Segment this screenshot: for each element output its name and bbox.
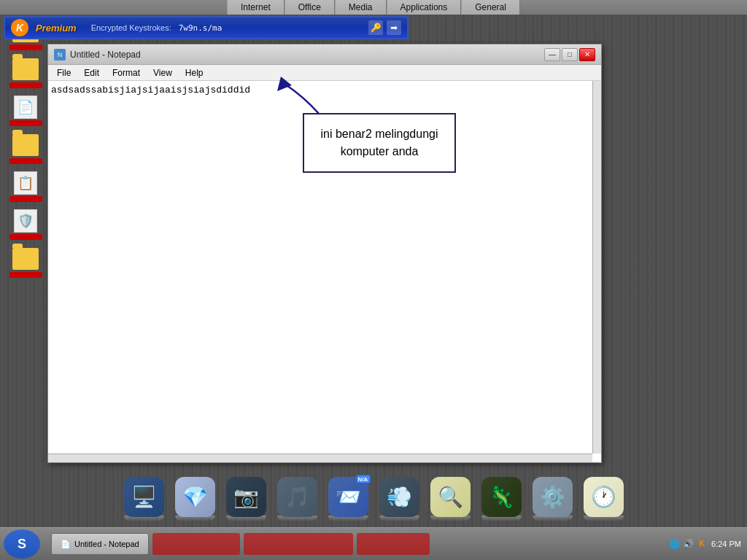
tray-keylogger-icon: K xyxy=(696,538,708,550)
notepad-icon-small: 📄 xyxy=(61,540,71,549)
tray-volume-icon: 🔊 xyxy=(682,538,694,550)
keylogger-logo-icon: K xyxy=(11,19,28,36)
tooltip-line1: ini benar2 melingdungi xyxy=(321,128,438,140)
start-button[interactable]: S xyxy=(4,529,40,559)
notepad-title: Untitled - Notepad xyxy=(70,50,544,60)
notepad-menu-file[interactable]: File xyxy=(51,66,77,79)
keylogger-toolbar: K Premium Encrypted Keystrokes: 7w9n.s/m… xyxy=(4,16,409,39)
dock-item-monitor[interactable]: 🖥️ xyxy=(120,477,168,521)
notepad-window: N Untitled - Notepad — □ ✕ File Edit For… xyxy=(47,44,602,463)
minimize-button[interactable]: — xyxy=(544,48,560,61)
dock-crystal-icon: 💎 xyxy=(175,477,215,517)
keylogger-value: 7w9n.s/ma xyxy=(179,23,222,33)
dock-music-icon: 🎵 xyxy=(277,477,317,517)
tray-network-icon: 🌐 xyxy=(668,538,680,550)
keylogger-action-icons: 🔑 ➡ xyxy=(368,20,401,35)
taskbar-window-list: 📄 Untitled - Notepad xyxy=(47,533,747,555)
dock-item-search[interactable]: 🔍 xyxy=(427,477,474,521)
desktop: Internet Office Media Applications Gener… xyxy=(0,0,747,560)
dock-camera-icon: 📷 xyxy=(226,477,266,517)
notepad-scrollbar-vertical[interactable] xyxy=(592,81,601,454)
notepad-menu-format[interactable]: Format xyxy=(107,66,146,79)
notepad-menubar: File Edit Format View Help xyxy=(48,65,601,81)
dock-steam-icon: 💨 xyxy=(379,477,419,517)
desktop-icon-4[interactable] xyxy=(4,132,47,164)
maximize-button[interactable]: □ xyxy=(562,48,578,61)
system-tray: 🌐 🔊 K 6:24 PM xyxy=(662,527,747,560)
system-clock: 6:24 PM xyxy=(711,540,741,548)
menubar-office[interactable]: Office xyxy=(285,0,335,15)
desktop-icon-6[interactable]: 🛡️ xyxy=(4,208,47,240)
dock-item-camera[interactable]: 📷 xyxy=(222,477,270,521)
close-button[interactable]: ✕ xyxy=(579,48,595,61)
desktop-icon-3[interactable]: 📄 xyxy=(4,94,47,126)
dock-item-mail[interactable]: 📨 N/A xyxy=(325,477,372,521)
dock-search-icon: 🔍 xyxy=(430,477,471,517)
desktop-icon-7[interactable] xyxy=(4,246,47,278)
tray-icons-group: 🌐 🔊 K xyxy=(668,538,708,550)
window-controls: — □ ✕ xyxy=(544,48,595,61)
menubar-media[interactable]: Media xyxy=(335,0,387,15)
dock-clock-icon: 🕐 xyxy=(584,477,624,517)
menubar-general[interactable]: General xyxy=(461,0,520,15)
dock-item-music[interactable]: 🎵 xyxy=(274,477,321,521)
tooltip-callout: ini benar2 melingdungi komputer anda xyxy=(303,113,456,173)
dock-item-gecko[interactable]: 🦎 xyxy=(478,477,525,521)
dock-item-settings[interactable]: ⚙️ xyxy=(529,477,576,521)
menubar-applications[interactable]: Applications xyxy=(387,0,462,15)
taskbar-redacted-1 xyxy=(152,533,240,555)
tooltip-line2: komputer anda xyxy=(341,145,419,158)
application-dock: 🖥️ 💎 📷 🎵 📨 N/A 💨 🔍 xyxy=(0,474,747,525)
notepad-titlebar[interactable]: N Untitled - Notepad — □ ✕ xyxy=(48,44,601,65)
taskbar-notepad-btn[interactable]: 📄 Untitled - Notepad xyxy=(51,533,149,555)
dock-item-steam[interactable]: 💨 xyxy=(376,477,423,521)
dock-item-clock[interactable]: 🕐 xyxy=(580,477,627,521)
notepad-menu-edit[interactable]: Edit xyxy=(78,66,105,79)
keylogger-forward-icon[interactable]: ➡ xyxy=(387,20,401,35)
taskbar-notepad-label: Untitled - Notepad xyxy=(74,540,139,548)
notepad-menu-help[interactable]: Help xyxy=(179,66,209,79)
notepad-scrollbar-horizontal[interactable] xyxy=(48,454,592,462)
dock-gecko-icon: 🦎 xyxy=(481,477,522,517)
dock-monitor-icon: 🖥️ xyxy=(124,477,164,517)
taskbar-redacted-3 xyxy=(357,533,430,555)
notepad-app-icon: N xyxy=(54,49,66,61)
desktop-icons-list: 📄 📋 🛡️ xyxy=(4,18,47,278)
desktop-icon-2[interactable] xyxy=(4,56,47,88)
taskbar: S 📄 Untitled - Notepad 🌐 🔊 K 6:24 PM xyxy=(0,527,747,560)
top-menubar: Internet Office Media Applications Gener… xyxy=(0,0,747,15)
taskbar-redacted-2 xyxy=(244,533,353,555)
keylogger-key-icon[interactable]: 🔑 xyxy=(368,20,383,35)
desktop-icon-5[interactable]: 📋 xyxy=(4,170,47,202)
dock-mail-icon: 📨 N/A xyxy=(328,477,368,517)
dock-settings-icon: ⚙️ xyxy=(533,477,573,517)
dock-item-crystal[interactable]: 💎 xyxy=(171,477,219,521)
menubar-internet[interactable]: Internet xyxy=(227,0,285,15)
notepad-menu-view[interactable]: View xyxy=(147,66,178,79)
keylogger-premium-label: Premium xyxy=(36,23,77,34)
keylogger-label: Encrypted Keystrokes: xyxy=(91,23,171,32)
